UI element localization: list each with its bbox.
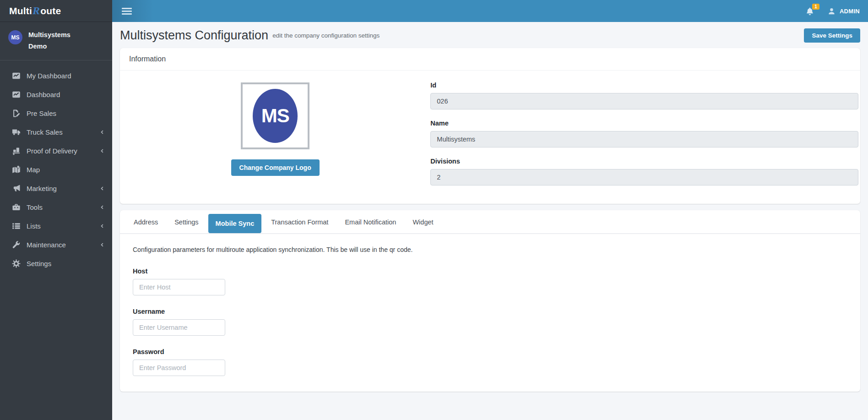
- main-area: 1 ADMIN Multisystems Configuration edit …: [112, 0, 868, 420]
- sidebar-item-label: Marketing: [27, 185, 57, 192]
- username-label: Username: [133, 308, 225, 315]
- sidebar-toggle-button[interactable]: [122, 8, 132, 15]
- brand-text: MultiRoute: [9, 5, 61, 17]
- sidebar: MultiRoute MS Multisystems Demo My Dashb…: [0, 0, 112, 420]
- notifications-button[interactable]: 1: [805, 6, 814, 16]
- tab-address[interactable]: Address: [127, 214, 165, 230]
- gear-icon: [12, 259, 21, 268]
- bullhorn-icon: [12, 184, 21, 193]
- wrench-icon: [12, 240, 21, 249]
- host-label: Host: [133, 267, 225, 275]
- admin-menu-button[interactable]: ADMIN: [827, 7, 860, 16]
- name-label: Name: [430, 120, 858, 127]
- user-name-line2: Demo: [28, 41, 71, 52]
- sidebar-item-label: Dashboard: [27, 91, 60, 98]
- content: Multisystems Configuration edit the comp…: [112, 22, 868, 420]
- chevron-left-icon: [100, 205, 105, 210]
- sidebar-item-label: Pre Sales: [27, 109, 56, 117]
- map-icon: [12, 165, 21, 174]
- list-icon: [12, 222, 21, 230]
- tab-transaction-format[interactable]: Transaction Format: [264, 214, 335, 230]
- divisions-label: Divisions: [430, 158, 858, 165]
- sidebar-item-settings[interactable]: Settings: [0, 254, 112, 273]
- change-company-logo-button[interactable]: Change Company Logo: [231, 159, 320, 176]
- sidebar-user-panel: MS Multisystems Demo: [0, 22, 112, 60]
- chevron-left-icon: [100, 130, 105, 135]
- sidebar-item-label: My Dashboard: [27, 72, 71, 80]
- id-field-group: Id: [430, 82, 858, 109]
- company-logo-image: MS: [241, 82, 309, 149]
- dolly-icon: [12, 147, 21, 155]
- sidebar-item-pre-sales[interactable]: Pre Sales: [0, 104, 112, 123]
- sidebar-item-tools[interactable]: Tools: [0, 198, 112, 217]
- sidebar-item-label: Lists: [27, 222, 41, 230]
- sidebar-item-my-dashboard[interactable]: My Dashboard: [0, 66, 112, 85]
- avatar: MS: [8, 30, 22, 44]
- password-label: Password: [133, 348, 225, 355]
- chevron-left-icon: [100, 148, 105, 153]
- chart-line-icon: [12, 71, 21, 80]
- user-name-line1: Multisystems: [28, 29, 71, 41]
- brand-logo[interactable]: MultiRoute: [0, 0, 112, 22]
- sidebar-item-label: Settings: [27, 260, 51, 267]
- content-header: Multisystems Configuration edit the comp…: [120, 22, 860, 48]
- brand-accent-r: R: [32, 5, 40, 16]
- sidebar-item-lists[interactable]: Lists: [0, 217, 112, 235]
- configuration-tabs-card: Address Settings Mobile Sync Transaction…: [120, 210, 860, 392]
- sidebar-item-label: Maintenance: [27, 241, 66, 249]
- id-field: [430, 93, 858, 109]
- name-field-group: Name: [430, 120, 858, 147]
- page-title: Multisystems Configuration: [120, 28, 268, 43]
- chart-line-icon: [12, 90, 21, 99]
- sidebar-item-maintenance[interactable]: Maintenance: [0, 235, 112, 254]
- company-fields-column: Id Name Divisions: [430, 82, 859, 185]
- sidebar-item-label: Map: [27, 166, 40, 174]
- truck-icon: [12, 128, 21, 136]
- divisions-field: [430, 169, 858, 185]
- password-input[interactable]: [133, 360, 225, 376]
- sidebar-item-dashboard[interactable]: Dashboard: [0, 85, 112, 104]
- sidebar-item-proof-of-delivery[interactable]: Proof of Delivery: [0, 142, 112, 160]
- tab-email-notification[interactable]: Email Notification: [338, 214, 403, 230]
- information-card-body: MS Change Company Logo Id Name: [120, 71, 860, 204]
- password-field-group: Password: [133, 348, 225, 376]
- toolbox-icon: [12, 203, 21, 212]
- mobile-sync-pane: Configuration parameters for multiroute …: [120, 234, 860, 376]
- information-card: Information MS Change Company Logo Id: [120, 48, 860, 204]
- divisions-field-group: Divisions: [430, 158, 858, 185]
- sidebar-item-truck-sales[interactable]: Truck Sales: [0, 123, 112, 142]
- tab-widget[interactable]: Widget: [406, 214, 440, 230]
- company-logo-initials: MS: [261, 105, 289, 127]
- host-input[interactable]: [133, 279, 225, 295]
- save-settings-button[interactable]: Save Settings: [804, 28, 860, 43]
- company-logo-column: MS Change Company Logo: [120, 82, 430, 185]
- host-field-group: Host: [133, 267, 225, 295]
- id-label: Id: [430, 82, 858, 89]
- chevron-left-icon: [100, 186, 105, 191]
- username-field-group: Username: [133, 308, 225, 336]
- tab-mobile-sync[interactable]: Mobile Sync: [208, 214, 262, 233]
- file-edit-icon: [12, 109, 21, 118]
- company-logo-ellipse: MS: [253, 89, 298, 143]
- topbar: 1 ADMIN: [112, 0, 868, 22]
- information-card-title: Information: [120, 48, 860, 71]
- sidebar-item-marketing[interactable]: Marketing: [0, 179, 112, 198]
- app-window: MultiRoute MS Multisystems Demo My Dashb…: [0, 0, 868, 420]
- tab-settings[interactable]: Settings: [168, 214, 205, 230]
- sidebar-item-label: Proof of Delivery: [27, 147, 77, 155]
- mobile-sync-description: Configuration parameters for multiroute …: [133, 246, 851, 253]
- admin-label: ADMIN: [840, 8, 860, 15]
- sidebar-item-label: Truck Sales: [27, 128, 63, 136]
- sidebar-item-label: Tools: [27, 203, 43, 211]
- user-icon: [827, 7, 836, 16]
- name-field: [430, 131, 858, 147]
- chevron-left-icon: [100, 224, 105, 229]
- notification-badge: 1: [812, 4, 819, 10]
- sidebar-item-map[interactable]: Map: [0, 160, 112, 179]
- tab-bar: Address Settings Mobile Sync Transaction…: [120, 210, 860, 234]
- chevron-left-icon: [100, 242, 105, 247]
- sidebar-nav: My Dashboard Dashboard Pre Sales Truck S…: [0, 60, 112, 273]
- page-subtitle: edit the company configuration settings: [272, 32, 380, 39]
- topbar-right: 1 ADMIN: [805, 6, 860, 16]
- username-input[interactable]: [133, 319, 225, 336]
